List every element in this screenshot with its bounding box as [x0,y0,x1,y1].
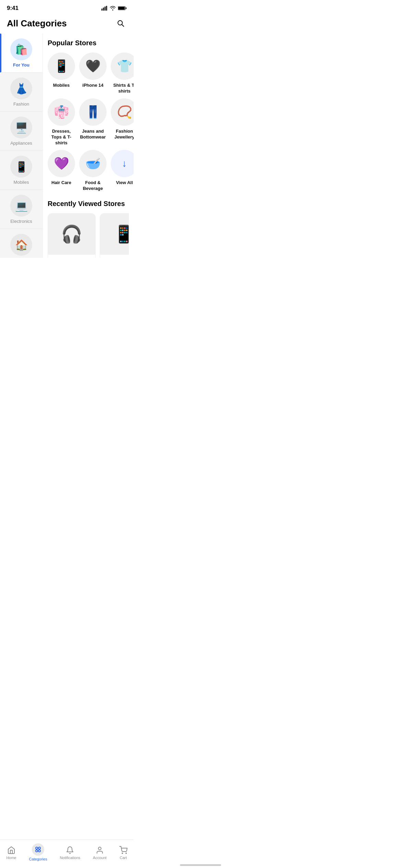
store-item-mobiles[interactable]: 📱Mobiles [48,52,75,94]
svg-rect-5 [118,7,125,10]
status-bar: 9:41 [0,0,134,14]
content-area: Popular Stores 📱Mobiles🖤iPhone 14👕Shirts… [43,34,134,258]
sidebar-icon-electronics: 💻 [10,195,32,217]
sidebar-icon-home: 🏠 [10,234,32,256]
recently-viewed-section: Recently Viewed Stores 🎧True Wireless📱Mo… [48,200,129,258]
store-icon-mobiles: 📱 [48,52,75,80]
store-item-view-all[interactable]: ↓View All [111,150,134,192]
recent-card-label-true-wireless: True Wireless [48,255,95,258]
main-layout: 🛍️For You👗Fashion🖥️Appliances📱Mobiles💻El… [0,34,134,258]
search-button[interactable] [114,17,127,29]
svg-point-7 [118,21,122,25]
sidebar-item-for-you[interactable]: 🛍️For You [0,34,42,73]
recent-scroll: 🎧True Wireless📱Mobiles📿Mangals [48,213,129,258]
sidebar-icon-fashion: 👗 [10,77,32,99]
store-icon-hair-care: 💜 [48,150,75,177]
sidebar-icon-appliances: 🖥️ [10,117,32,138]
recent-card-label-mobiles-recent: Mobiles [100,255,129,258]
store-label-iphone14: iPhone 14 [82,83,103,88]
store-item-shirts-tshirts[interactable]: 👕Shirts & T-shirts [111,52,134,94]
store-icon-iphone14: 🖤 [79,52,107,80]
sidebar-item-appliances[interactable]: 🖥️Appliances [0,112,42,151]
store-item-hair-care[interactable]: 💜Hair Care [48,150,75,192]
wifi-icon [110,6,116,11]
store-label-jeans-bottomwear: Jeans and Bottomwear [79,129,107,140]
recent-card-img-true-wireless: 🎧 [48,214,95,255]
svg-rect-0 [101,9,102,11]
store-label-dresses-tops: Dresses, Tops & T-shirts [48,129,75,146]
recent-card-mobiles-recent[interactable]: 📱Mobiles [100,213,129,258]
sidebar-icon-for-you: 🛍️ [10,38,32,60]
svg-rect-6 [126,8,127,9]
sidebar-label-electronics: Electronics [10,219,32,224]
status-time: 9:41 [7,5,19,12]
store-item-food-beverage[interactable]: 🥣Food & Beverage [79,150,107,192]
sidebar-item-fashion[interactable]: 👗Fashion [0,73,42,112]
svg-rect-3 [106,6,107,11]
svg-rect-2 [105,7,106,11]
store-item-fashion-jewellery[interactable]: 📿Fashion Jewellery [111,98,134,146]
store-item-jeans-bottomwear[interactable]: 👖Jeans and Bottomwear [79,98,107,146]
store-label-food-beverage: Food & Beverage [79,180,107,192]
status-icons [101,6,127,11]
page-title: All Categories [7,18,67,29]
store-label-view-all: View All [116,180,133,186]
store-item-dresses-tops[interactable]: 👘Dresses, Tops & T-shirts [48,98,75,146]
recent-card-true-wireless[interactable]: 🎧True Wireless [48,213,96,258]
sidebar-label-for-you: For You [13,62,29,68]
store-item-iphone14[interactable]: 🖤iPhone 14 [79,52,107,94]
store-icon-view-all: ↓ [111,150,134,177]
sidebar-item-home[interactable]: 🏠Home [0,229,42,258]
sidebar-item-electronics[interactable]: 💻Electronics [0,190,42,229]
search-icon [117,19,125,27]
store-icon-fashion-jewellery: 📿 [111,98,134,126]
sidebar-item-mobiles[interactable]: 📱Mobiles [0,151,42,190]
store-label-hair-care: Hair Care [51,180,71,186]
store-icon-dresses-tops: 👘 [48,98,75,126]
sidebar-icon-mobiles: 📱 [10,156,32,178]
store-icon-shirts-tshirts: 👕 [111,52,134,80]
store-label-fashion-jewellery: Fashion Jewellery [111,129,134,140]
battery-icon [118,6,127,11]
header: All Categories [0,14,134,34]
signal-icon [101,6,108,11]
store-icon-jeans-bottomwear: 👖 [79,98,107,126]
store-label-shirts-tshirts: Shirts & T-shirts [111,83,134,94]
popular-stores-grid: 📱Mobiles🖤iPhone 14👕Shirts & T-shirts👘Dre… [48,52,129,192]
popular-stores-title: Popular Stores [48,39,129,47]
store-icon-food-beverage: 🥣 [79,150,107,177]
recent-card-img-mobiles-recent: 📱 [100,214,129,255]
store-label-mobiles: Mobiles [53,83,70,88]
svg-rect-1 [103,8,104,11]
sidebar-label-mobiles: Mobiles [14,180,29,185]
sidebar: 🛍️For You👗Fashion🖥️Appliances📱Mobiles💻El… [0,34,43,258]
sidebar-label-fashion: Fashion [13,101,29,107]
sidebar-label-appliances: Appliances [10,141,32,146]
recently-viewed-title: Recently Viewed Stores [48,200,129,208]
